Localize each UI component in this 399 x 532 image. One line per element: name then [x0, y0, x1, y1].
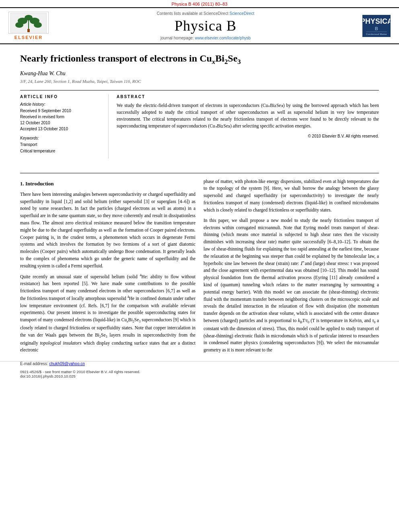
title-sub-x: x [212, 58, 215, 66]
footnote-area: E-mail address: chukh09@yahoo.cn [0, 361, 399, 366]
journal-title: Physica B [57, 17, 354, 34]
article-content: Nearly frictionless transport of electro… [0, 44, 399, 173]
section1-number: 1. [20, 181, 25, 187]
title-se: Se [228, 53, 237, 64]
journal-homepage: journal homepage: www.elsevier.com/locat… [57, 36, 354, 40]
title-bi: Bi [215, 53, 224, 64]
received-date: Received 9 September 2010 [20, 108, 103, 114]
abstract-heading: ABSTRACT [117, 94, 379, 99]
journal-center: Contents lists available at ScienceDirec… [57, 11, 354, 40]
svg-text:Condensed Matter: Condensed Matter [366, 33, 387, 35]
section1-label: Introduction [25, 181, 54, 187]
article-title: Nearly frictionless transport of electro… [20, 52, 379, 66]
elsevier-logo: ELSEVIER [6, 12, 51, 40]
section-divider [20, 173, 379, 173]
article-info-heading: ARTICLE INFO [20, 94, 103, 99]
right-para-1: phase of matter, with photon-like energy… [204, 178, 379, 214]
physica-logo-box: PHYSICA B Condensed Matter [362, 15, 391, 37]
sciencedirect-link[interactable]: ScienceDirect [229, 11, 254, 16]
and-word: and [305, 261, 312, 266]
svg-rect-7 [27, 29, 30, 32]
journal-header: ELSEVIER Contents lists available at Sci… [0, 7, 399, 44]
contents-line: Contents lists available at ScienceDirec… [57, 11, 354, 16]
right-column: phase of matter, with photon-like energy… [204, 178, 379, 357]
svg-text:B: B [375, 26, 378, 31]
keywords-label: Keywords: [20, 136, 103, 140]
intro-para-2: Quite recently an unusual state of super… [20, 273, 195, 354]
info-abstract-section: ARTICLE INFO Article history: Received 9… [20, 90, 379, 158]
article-info: ARTICLE INFO Article history: Received 9… [20, 94, 109, 158]
author-address: 3/F, 24, Lane 260, Section 1, Road Muzha… [20, 79, 379, 84]
intro-para-1: There have been interesting analogies be… [20, 191, 195, 270]
title-text-1: Nearly frictionless transport of electro… [20, 53, 212, 64]
elsevier-text: ELSEVIER [14, 35, 43, 40]
homepage-link[interactable]: www.elsevier.com/locate/physb [195, 36, 251, 40]
keyword-1: Transport [20, 142, 103, 148]
copyright-text: © 2010 Elsevier B.V. All rights reserved… [117, 134, 379, 138]
physica-logo: PHYSICA B Condensed Matter [360, 15, 393, 37]
svg-text:PHYSICA: PHYSICA [363, 17, 390, 25]
elsevier-logo-image [8, 12, 49, 34]
history-group: Article history: Received 9 September 20… [20, 102, 103, 132]
author-name: Kwang-Hua W. Chu [20, 70, 379, 77]
citation-text: Physica B 406 (2011) 80–83 [172, 2, 228, 6]
svg-point-6 [34, 22, 42, 28]
section1-title: 1. Introduction [20, 180, 195, 188]
revised-label: Received in revised form [20, 114, 103, 120]
left-column: 1. Introduction There have been interest… [20, 178, 195, 357]
keyword-2: Critical temperature [20, 148, 103, 154]
title-sub-3: 3 [237, 58, 241, 66]
revised-date: 12 October 2010 [20, 120, 103, 126]
citation-bar: Physica B 406 (2011) 80–83 [0, 0, 399, 7]
doi-text: doi:10.1016/j.physb.2010.10.025 [20, 374, 379, 378]
footnote-email: E-mail address: chukh09@yahoo.cn [20, 362, 379, 366]
accepted-date: Accepted 13 October 2010 [20, 126, 103, 132]
keywords-list: Transport Critical temperature [20, 142, 103, 154]
keywords-group: Keywords: Transport Critical temperature [20, 136, 103, 154]
email-link[interactable]: chukh09@yahoo.cn [49, 362, 85, 366]
svg-point-5 [15, 22, 23, 28]
abstract-section: ABSTRACT We study the electric-field-dri… [117, 94, 379, 158]
right-para-2: In this paper, we shall propose a new mo… [204, 217, 379, 354]
svg-point-4 [25, 15, 33, 21]
email-label: E-mail address: [20, 362, 48, 366]
bottom-info: 0921-4526/$ - see front matter © 2010 El… [0, 367, 399, 381]
history-label: Article history: [20, 102, 103, 107]
main-body: 1. Introduction There have been interest… [0, 178, 399, 357]
issn-text: 0921-4526/$ - see front matter © 2010 El… [20, 370, 379, 374]
abstract-text: We study the electric-field-driven trans… [117, 102, 379, 130]
